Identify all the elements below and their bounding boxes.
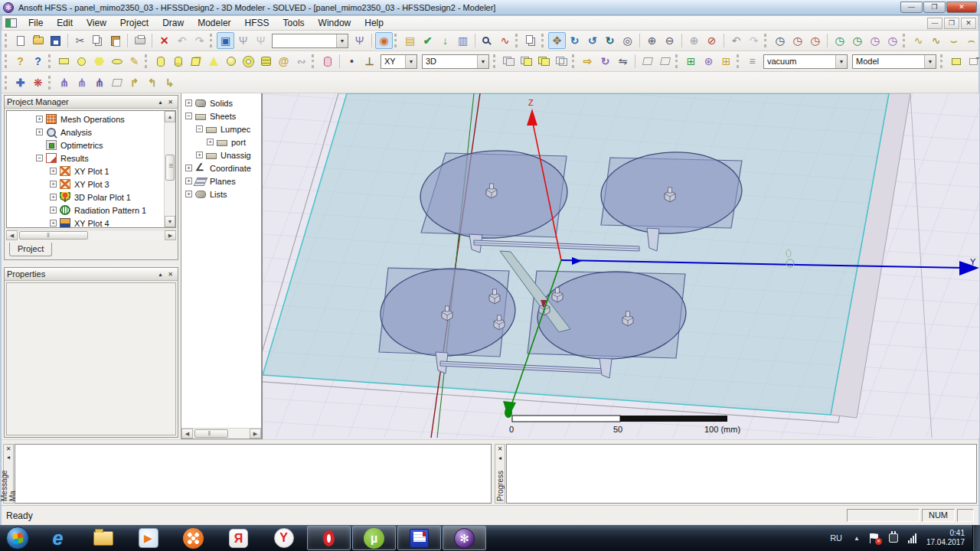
submit-job-button[interactable]: Ψ xyxy=(351,32,368,49)
draw-point-button[interactable]: • xyxy=(343,53,361,70)
clock[interactable]: 0:41 17.04.2017 xyxy=(922,529,972,547)
taskbar-windows-explorer[interactable] xyxy=(81,526,125,550)
antenna-module-2[interactable] xyxy=(599,148,743,236)
copy-button[interactable] xyxy=(89,32,106,49)
edit-sources-button[interactable]: ∿ xyxy=(496,32,514,49)
draw-non-model-button[interactable] xyxy=(318,53,336,70)
drawing-plane-combo[interactable]: XY▼ xyxy=(381,54,417,69)
menu-project[interactable]: Project xyxy=(113,16,155,30)
message-manager-content[interactable] xyxy=(15,444,492,504)
open-button[interactable] xyxy=(29,32,47,49)
tree-item-radiation-pattern-1[interactable]: +Radiation Pattern 1 xyxy=(7,204,164,217)
boolean-subtract-button[interactable] xyxy=(500,53,518,70)
vertical-scrollbar[interactable]: ▲ ▼ xyxy=(164,111,175,227)
object-transparency-button[interactable] xyxy=(965,53,980,70)
tree-item-sheets[interactable]: −Sheets xyxy=(181,109,261,122)
draw-polyline-button[interactable]: ✎ xyxy=(126,53,143,70)
chevron-down-icon[interactable]: ▼ xyxy=(835,55,847,68)
chevron-down-icon[interactable]: ▼ xyxy=(336,34,348,47)
show-desktop-button[interactable] xyxy=(972,525,980,551)
expand-toggle[interactable]: + xyxy=(50,181,57,187)
orientation-info-button[interactable]: ◎ xyxy=(619,32,636,49)
print-button[interactable] xyxy=(131,32,149,49)
model-combo[interactable]: Model▼ xyxy=(852,54,936,69)
taskbar-media-app[interactable] xyxy=(172,526,215,550)
expand-toggle[interactable]: + xyxy=(207,139,214,145)
tree-item-coordinate[interactable]: +Coordinate xyxy=(181,161,261,174)
tab-project[interactable]: Project xyxy=(9,243,52,256)
action-center-icon[interactable] xyxy=(870,533,880,543)
expand-toggle[interactable]: − xyxy=(185,112,192,119)
undo-button[interactable]: ↶ xyxy=(173,32,191,49)
collapse-panel-button[interactable]: ▴ xyxy=(155,269,165,279)
sweep-along-path-button[interactable]: ∾ xyxy=(292,53,310,70)
draw-spline-button[interactable]: ∿ xyxy=(927,32,945,49)
scroll-up-button[interactable]: ▲ xyxy=(165,111,175,122)
close-button[interactable]: ✕ xyxy=(946,2,977,13)
draw-helix-button[interactable] xyxy=(257,53,275,70)
progress-strip[interactable]: ✕ ◂ Progress xyxy=(495,444,505,504)
message-manager-strip[interactable]: ✕ ◂ Message Ma xyxy=(3,444,14,504)
tree-item-solids[interactable]: +Solids xyxy=(181,96,261,109)
expand-toggle[interactable]: + xyxy=(50,207,57,214)
duplicate-along-line-button[interactable]: ⊞ xyxy=(682,53,700,70)
menu-tools[interactable]: Tools xyxy=(276,16,312,30)
properties-header[interactable]: Properties ▴ ✕ xyxy=(5,268,178,281)
draw-circle-button[interactable] xyxy=(73,53,90,70)
tree-item-unassig[interactable]: +Unassig xyxy=(181,148,261,161)
rotate-current-axis-button[interactable]: ↺ xyxy=(583,32,601,49)
draw-plane-button[interactable]: ⊥ xyxy=(361,53,378,70)
view-mode-combo[interactable]: 3D▼ xyxy=(422,54,489,69)
scroll-right-button[interactable]: ▶ xyxy=(165,230,176,240)
next-view-button[interactable]: ↷ xyxy=(745,32,763,49)
render-shaded-button[interactable]: ◷ xyxy=(884,32,901,49)
draw-arc-3point-button[interactable]: ⌢ xyxy=(962,32,980,49)
solution-data-button[interactable]: ▤ xyxy=(401,32,419,49)
align-edge-button[interactable] xyxy=(656,53,674,70)
delete-button[interactable]: ✕ xyxy=(155,32,173,49)
select-face-mode-button[interactable]: ↱ xyxy=(126,74,143,91)
object-attributes-button[interactable] xyxy=(947,53,965,70)
solve-setup-combo[interactable]: ▼ xyxy=(272,34,348,48)
delete-all-orientations-button[interactable]: ◷ xyxy=(806,32,824,49)
document-icon[interactable] xyxy=(5,18,17,28)
analyze-all-button[interactable]: Ψ xyxy=(234,32,252,49)
boolean-split-button[interactable] xyxy=(553,53,570,70)
expand-toggle[interactable]: − xyxy=(36,155,43,161)
orientation-snapshot-button[interactable]: ◷ xyxy=(771,32,789,49)
chevron-down-icon[interactable]: ▼ xyxy=(405,55,416,68)
antenna-module-3[interactable] xyxy=(378,265,518,359)
redo-button[interactable]: ↷ xyxy=(191,32,208,49)
solve-profile-button[interactable]: ↓ xyxy=(436,32,454,49)
context-help-button[interactable]: ? xyxy=(29,53,47,70)
draw-ellipse-button[interactable] xyxy=(108,53,126,70)
rotate-screen-center-button[interactable]: ↻ xyxy=(601,32,619,49)
select-edge-mode-button[interactable]: ↰ xyxy=(143,74,161,91)
save-orientation-button[interactable]: ◷ xyxy=(848,32,866,49)
tree-item-optimetrics[interactable]: +Optimetrics xyxy=(7,139,164,152)
zoom-rectangle-button[interactable]: ⊕ xyxy=(685,32,703,49)
tree-item-xy-plot-4[interactable]: +XY Plot 4 xyxy=(7,217,164,227)
move-button[interactable]: ⇨ xyxy=(579,53,596,70)
close-dock-button[interactable]: ✕ xyxy=(4,445,13,453)
chevron-down-icon[interactable]: ▼ xyxy=(924,55,936,68)
expand-toggle[interactable]: + xyxy=(50,194,57,201)
taskbar-yandex-browser[interactable]: Я xyxy=(217,526,260,550)
tree-item-port[interactable]: +port xyxy=(181,135,261,148)
draw-cylinder-button[interactable] xyxy=(152,53,169,70)
abort-simulation-button[interactable]: ◉ xyxy=(375,32,393,49)
scroll-thumb[interactable] xyxy=(194,429,228,438)
pan-button[interactable]: ✥ xyxy=(548,32,566,49)
expand-toggle[interactable]: − xyxy=(196,126,203,132)
paste-button[interactable] xyxy=(106,32,124,49)
boolean-intersect-button[interactable] xyxy=(535,53,553,70)
close-panel-button[interactable]: ✕ xyxy=(165,269,175,279)
expand-toggle[interactable]: + xyxy=(196,152,203,158)
measure-length-button[interactable]: ⋔ xyxy=(73,74,90,91)
draw-torus-button[interactable] xyxy=(240,53,257,70)
draw-line-button[interactable]: ∿ xyxy=(910,32,927,49)
project-manager-header[interactable]: Project Manager ▴ ✕ xyxy=(5,96,178,109)
rotate-model-center-button[interactable]: ↻ xyxy=(566,32,583,49)
tree-item-xy-plot-3[interactable]: +XY Plot 3 xyxy=(7,178,164,191)
taskbar-hfss[interactable]: ✻ xyxy=(443,526,486,550)
